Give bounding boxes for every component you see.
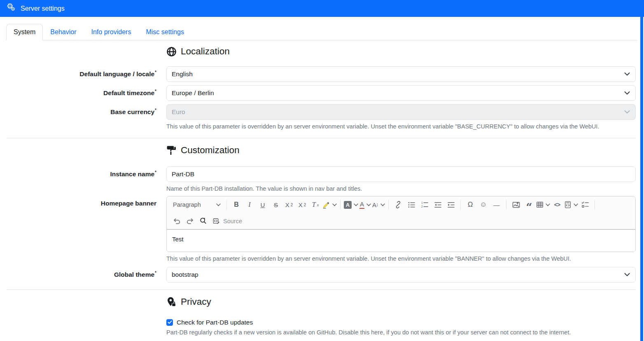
right-edge-strip bbox=[640, 0, 643, 341]
instance-name-input[interactable]: Part-DB bbox=[166, 166, 636, 182]
numbered-list-button[interactable]: 1 2 bbox=[418, 199, 431, 211]
editor-content[interactable]: Test bbox=[167, 229, 635, 252]
global-theme-select[interactable]: bootstrap bbox=[166, 267, 636, 283]
subscript-button[interactable]: X2 bbox=[283, 199, 295, 211]
gears-icon: ⚙⚙ bbox=[7, 4, 16, 14]
globe-icon bbox=[166, 47, 177, 57]
base-currency-select: Euro bbox=[166, 104, 636, 120]
base-currency-label: Base currency* bbox=[7, 104, 156, 131]
font-background-color-button[interactable]: A bbox=[344, 199, 358, 211]
editor-toolbar-row1: Paragraph B I U S X2 X2 Tx bbox=[167, 196, 635, 213]
toolbar-separator bbox=[340, 200, 341, 210]
customization-section-heading: Customization bbox=[166, 145, 636, 156]
font-color-button[interactable]: A bbox=[359, 199, 371, 211]
svg-text:2: 2 bbox=[421, 205, 422, 208]
indent-button[interactable] bbox=[445, 199, 457, 211]
update-check-help: Part-DB regularly checks if a new versio… bbox=[166, 329, 636, 336]
chevron-down-icon bbox=[354, 203, 358, 206]
marker-pen-icon bbox=[322, 201, 330, 209]
chevron-down-icon bbox=[380, 203, 385, 206]
font-background-icon: A bbox=[344, 201, 352, 209]
link-button[interactable] bbox=[392, 199, 404, 211]
font-size-icon: A↕ bbox=[372, 201, 378, 208]
bulleted-list-button[interactable] bbox=[405, 199, 418, 211]
default-timezone-label: Default timezone* bbox=[7, 85, 156, 101]
page-title: Server settings bbox=[21, 5, 65, 12]
section-divider bbox=[7, 290, 636, 290]
redo-button[interactable] bbox=[184, 215, 196, 227]
tab-behavior[interactable]: Behavior bbox=[43, 24, 84, 40]
chevron-down-icon bbox=[624, 72, 630, 76]
global-theme-label: Global theme* bbox=[7, 267, 156, 283]
outdent-button[interactable] bbox=[432, 199, 444, 211]
required-asterisk: * bbox=[155, 271, 156, 275]
required-asterisk: * bbox=[155, 70, 156, 75]
toolbar-separator bbox=[226, 200, 227, 210]
default-language-select[interactable]: English bbox=[166, 66, 636, 82]
tab-misc-settings[interactable]: Misc settings bbox=[138, 24, 191, 40]
homepage-banner-help: This value of this parameter is overridd… bbox=[166, 255, 636, 263]
map-pin-lock-icon bbox=[166, 297, 177, 307]
chevron-down-icon bbox=[574, 203, 578, 206]
rich-text-editor: Paragraph B I U S X2 X2 Tx bbox=[166, 196, 636, 252]
titlebar: ⚙⚙ Server settings bbox=[0, 0, 644, 17]
underline-button[interactable]: U bbox=[257, 199, 269, 211]
chevron-down-icon bbox=[366, 203, 371, 206]
chevron-down-icon bbox=[216, 203, 221, 206]
superscript-button[interactable]: X2 bbox=[296, 199, 308, 211]
update-check-checkbox[interactable] bbox=[166, 319, 173, 326]
font-size-button[interactable]: A↕ bbox=[372, 199, 385, 211]
font-color-icon: A bbox=[359, 201, 364, 209]
horizontal-line-button[interactable]: — bbox=[490, 199, 503, 211]
source-editing-button[interactable]: Source bbox=[210, 215, 245, 227]
required-asterisk: * bbox=[155, 108, 156, 112]
undo-button[interactable] bbox=[170, 215, 183, 227]
paragraph-style-dropdown[interactable]: Paragraph bbox=[170, 199, 223, 211]
tab-info-providers[interactable]: Info providers bbox=[84, 24, 139, 40]
required-asterisk: * bbox=[155, 170, 156, 175]
chevron-down-icon bbox=[624, 110, 630, 114]
code-block-button[interactable] bbox=[564, 199, 578, 211]
instance-name-label: Instance name* bbox=[7, 166, 156, 193]
svg-text:1: 1 bbox=[421, 201, 422, 204]
tab-system[interactable]: System bbox=[6, 24, 43, 40]
editor-toolbar-row2: Source bbox=[167, 213, 635, 229]
insert-image-button[interactable] bbox=[510, 199, 522, 211]
strikethrough-button[interactable]: S bbox=[270, 199, 282, 211]
code-button[interactable]: <> bbox=[551, 199, 563, 211]
required-asterisk: * bbox=[155, 89, 156, 93]
update-check-label[interactable]: Check for Part-DB updates bbox=[177, 319, 253, 326]
emoji-button[interactable]: ☺ bbox=[477, 199, 490, 211]
todo-list-button[interactable] bbox=[579, 199, 591, 211]
chevron-down-icon bbox=[332, 203, 337, 206]
instance-name-help: Name of this Part-DB installation. The v… bbox=[166, 185, 636, 193]
localization-section-heading: Localization bbox=[166, 46, 636, 57]
homepage-banner-label: Homepage banner bbox=[7, 196, 156, 263]
paint-roller-icon bbox=[166, 145, 177, 155]
default-timezone-select[interactable]: Europe / Berlin bbox=[166, 85, 636, 101]
chevron-down-icon bbox=[546, 203, 550, 206]
chevron-down-icon bbox=[624, 273, 630, 276]
chevron-down-icon bbox=[624, 91, 630, 95]
toolbar-separator bbox=[595, 200, 595, 210]
find-and-replace-button[interactable] bbox=[197, 215, 209, 227]
base-currency-help: This value of this parameter is overridd… bbox=[166, 123, 636, 131]
remove-format-button[interactable]: Tx bbox=[309, 199, 322, 211]
default-language-label: Default language / locale* bbox=[7, 66, 156, 82]
insert-table-button[interactable] bbox=[536, 199, 550, 211]
highlight-button[interactable] bbox=[322, 199, 337, 211]
privacy-section-heading: Privacy bbox=[166, 297, 636, 307]
settings-tabs: System Behavior Info providers Misc sett… bbox=[6, 24, 637, 40]
italic-button[interactable]: I bbox=[243, 199, 256, 211]
toolbar-separator bbox=[506, 200, 506, 210]
section-divider bbox=[7, 138, 636, 138]
toolbar-separator bbox=[460, 200, 461, 210]
special-characters-button[interactable]: Ω bbox=[464, 199, 476, 211]
bold-button[interactable]: B bbox=[230, 199, 243, 211]
block-quote-button[interactable]: “ bbox=[523, 199, 535, 211]
source-label: Source bbox=[223, 218, 242, 224]
toolbar-separator bbox=[388, 200, 389, 210]
